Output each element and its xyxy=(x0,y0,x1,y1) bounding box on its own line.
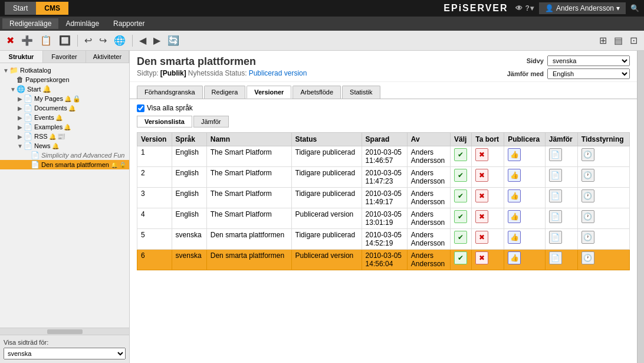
toolbar-copy[interactable]: 📋 xyxy=(37,33,55,48)
cms-button[interactable]: CMS xyxy=(36,2,68,15)
sidebar-language-select[interactable]: svenska xyxy=(4,348,126,359)
show-all-checkbox[interactable] xyxy=(137,104,144,112)
sidebar-tab-struktur[interactable]: Struktur xyxy=(0,51,43,63)
tab-redigera[interactable]: Redigera xyxy=(204,86,246,99)
delete-button[interactable]: ✖ xyxy=(475,189,488,202)
sidebar-scroll[interactable] xyxy=(0,328,129,335)
cell-valj[interactable]: ✔ xyxy=(450,167,471,188)
delete-button[interactable]: ✖ xyxy=(475,231,488,244)
cell-ta-bort[interactable]: ✖ xyxy=(472,146,504,167)
toolbar-box[interactable]: 🔲 xyxy=(56,33,74,48)
cell-valj[interactable]: ✔ xyxy=(450,250,471,270)
jamfor-select[interactable]: English xyxy=(547,68,630,79)
cell-jamfor[interactable]: 📄 xyxy=(545,146,577,167)
cell-jamfor[interactable]: 📄 xyxy=(545,188,577,208)
tree-item-start[interactable]: ▼ 🌐 Start 🔔 xyxy=(0,84,129,94)
subtab-jamfor[interactable]: Jämför xyxy=(193,116,229,127)
schedule-button[interactable]: 🕐 xyxy=(581,251,594,264)
select-button[interactable]: ✔ xyxy=(454,189,467,202)
delete-button[interactable]: ✖ xyxy=(475,210,488,223)
tree-item-densmarta[interactable]: 📄 Den smarta plattformen 🔔 🔒 xyxy=(0,160,129,169)
cell-ta-bort[interactable]: ✖ xyxy=(472,208,504,229)
cell-ta-bort[interactable]: ✖ xyxy=(472,167,504,188)
tree-item-events[interactable]: ▶ 📄 Events 🔔 xyxy=(0,113,129,122)
cell-valj[interactable]: ✔ xyxy=(450,229,471,250)
cell-jamfor[interactable]: 📄 xyxy=(545,167,577,188)
cell-publicera[interactable]: 👍 xyxy=(504,208,546,229)
subtab-versionslista[interactable]: Versionslista xyxy=(137,116,192,127)
cell-ta-bort[interactable]: ✖ xyxy=(472,188,504,208)
toolbar-redo[interactable]: ↪ xyxy=(96,33,110,48)
delete-button[interactable]: ✖ xyxy=(475,251,488,264)
select-button[interactable]: ✔ xyxy=(454,231,467,244)
cell-publicera[interactable]: 👍 xyxy=(504,146,546,167)
tab-arbetsflode[interactable]: Arbetsflöde xyxy=(293,86,341,99)
schedule-button[interactable]: 🕐 xyxy=(581,189,594,202)
cell-valj[interactable]: ✔ xyxy=(450,208,471,229)
toolbar-view2[interactable]: ▤ xyxy=(611,33,626,48)
toolbar-refresh[interactable]: 🔄 xyxy=(165,33,182,48)
publish-button[interactable]: 👍 xyxy=(508,189,521,202)
show-all-label[interactable]: Visa alla språk xyxy=(147,104,193,112)
compare-button[interactable]: 📄 xyxy=(549,189,562,202)
cell-tidsstyrning[interactable]: 🕐 xyxy=(577,229,629,250)
tree-item-papperskorgen[interactable]: 🗑 Papperskorgen xyxy=(0,75,129,84)
cell-ta-bort[interactable]: ✖ xyxy=(472,250,504,270)
schedule-button[interactable]: 🕐 xyxy=(581,210,594,223)
tab-statistik[interactable]: Statistik xyxy=(342,86,380,99)
toolbar-view3[interactable]: ⊡ xyxy=(627,33,640,48)
schedule-button[interactable]: 🕐 xyxy=(581,169,594,182)
cell-valj[interactable]: ✔ xyxy=(450,146,471,167)
publish-button[interactable]: 👍 xyxy=(508,231,521,244)
cell-tidsstyrning[interactable]: 🕐 xyxy=(577,250,629,270)
tab-forhandsgranska[interactable]: Förhandsgranska xyxy=(137,86,203,99)
tree-item-rotkatalog[interactable]: ▼ 📁 Rotkatalog xyxy=(0,66,129,75)
tree-item-rss[interactable]: ▶ 📄 RSS 🔔 📰 xyxy=(0,132,129,141)
sidebar-tab-favoriter[interactable]: Favoriter xyxy=(43,51,86,63)
toolbar-split[interactable]: ⊞ xyxy=(596,33,610,48)
toolbar-add[interactable]: ➕ xyxy=(18,33,36,48)
tab-versioner[interactable]: Versioner xyxy=(247,86,291,99)
sidvy-select[interactable]: svenska xyxy=(547,55,630,66)
user-menu[interactable]: 👤 Anders Andersson ▾ xyxy=(539,2,626,14)
select-button[interactable]: ✔ xyxy=(454,148,467,161)
tree-item-news[interactable]: ▼ 📄 News 🔔 xyxy=(0,141,129,151)
compare-button[interactable]: 📄 xyxy=(549,169,562,182)
start-button[interactable]: Start xyxy=(5,2,36,15)
compare-button[interactable]: 📄 xyxy=(549,251,562,264)
toolbar-back[interactable]: ◀ xyxy=(136,33,149,48)
select-button[interactable]: ✔ xyxy=(454,251,467,264)
cell-tidsstyrning[interactable]: 🕐 xyxy=(577,167,629,188)
menu-redigeralage[interactable]: Redigeraläge xyxy=(2,18,58,29)
delete-button[interactable]: ✖ xyxy=(475,169,488,182)
cell-publicera[interactable]: 👍 xyxy=(504,250,546,270)
cell-valj[interactable]: ✔ xyxy=(450,188,471,208)
toolbar-forward[interactable]: ▶ xyxy=(150,33,163,48)
schedule-button[interactable]: 🕐 xyxy=(581,148,594,161)
compare-button[interactable]: 📄 xyxy=(549,231,562,244)
cell-publicera[interactable]: 👍 xyxy=(504,188,546,208)
select-button[interactable]: ✔ xyxy=(454,169,467,182)
cell-tidsstyrning[interactable]: 🕐 xyxy=(577,146,629,167)
tree-item-mypages[interactable]: ▶ 📄 My Pages 🔔 🔒 xyxy=(0,94,129,103)
compare-button[interactable]: 📄 xyxy=(549,148,562,161)
publish-button[interactable]: 👍 xyxy=(508,169,521,182)
publish-button[interactable]: 👍 xyxy=(508,210,521,223)
cell-jamfor[interactable]: 📄 xyxy=(545,229,577,250)
cell-publicera[interactable]: 👍 xyxy=(504,167,546,188)
publish-button[interactable]: 👍 xyxy=(508,148,521,161)
toolbar-undo[interactable]: ↩ xyxy=(81,33,95,48)
select-button[interactable]: ✔ xyxy=(454,210,467,223)
sidebar-tab-aktiviteter[interactable]: Aktiviteter xyxy=(86,51,129,63)
cell-ta-bort[interactable]: ✖ xyxy=(472,229,504,250)
publish-button[interactable]: 👍 xyxy=(508,251,521,264)
schedule-button[interactable]: 🕐 xyxy=(581,231,594,244)
cell-jamfor[interactable]: 📄 xyxy=(545,208,577,229)
search-icon[interactable]: 🔍 xyxy=(630,4,639,12)
tree-item-simplicity[interactable]: 📄 Simplicity and Advanced Fun xyxy=(0,151,129,160)
menu-adminlage[interactable]: Adminläge xyxy=(58,18,106,29)
toolbar-delete[interactable]: ✖ xyxy=(4,33,17,48)
cell-jamfor[interactable]: 📄 xyxy=(545,250,577,270)
cell-publicera[interactable]: 👍 xyxy=(504,229,546,250)
compare-button[interactable]: 📄 xyxy=(549,210,562,223)
